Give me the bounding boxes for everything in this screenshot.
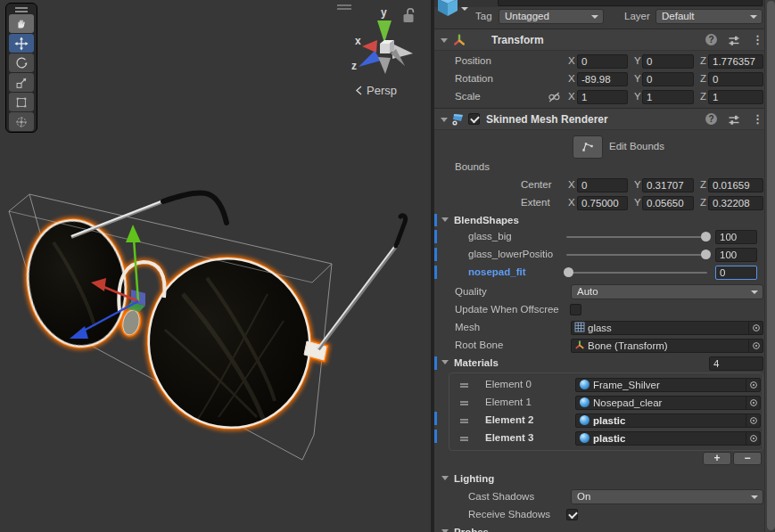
foldout-icon[interactable]	[441, 476, 449, 480]
foldout-icon[interactable]	[441, 118, 448, 122]
foldout-icon[interactable]	[441, 38, 448, 43]
rect-tool-button[interactable]	[9, 93, 34, 111]
hand-tool-button[interactable]	[9, 14, 34, 33]
gizmo-x-label[interactable]: x	[355, 35, 361, 47]
position-x-field[interactable]: 0	[577, 54, 628, 69]
gizmo-y-label[interactable]: y	[381, 6, 387, 19]
overlay-drag-handle[interactable]	[9, 5, 34, 13]
drag-handle-icon[interactable]	[460, 401, 468, 403]
scene-view[interactable]: y x z Persp	[0, 0, 431, 532]
scale-y-field[interactable]: 1	[642, 90, 694, 104]
tag-dropdown[interactable]: Untagged	[499, 9, 604, 24]
drag-handle-icon[interactable]	[460, 419, 468, 421]
center-y-field[interactable]: 0.31707	[642, 178, 694, 192]
mesh-object-field[interactable]: glass	[571, 321, 763, 335]
foldout-icon[interactable]	[441, 217, 449, 222]
material-object-field[interactable]: Frame_Shilver	[575, 378, 761, 392]
gizmo-z-label[interactable]: z	[351, 60, 357, 72]
material-object-field[interactable]: Nosepad_clear	[575, 396, 761, 410]
drag-handle-icon[interactable]	[460, 437, 468, 438]
blendshape-value-field[interactable]: 100	[715, 230, 757, 244]
materials-count-field[interactable]: 4	[709, 356, 763, 371]
rotation-y-field[interactable]: 0	[642, 72, 694, 86]
transform-header[interactable]: Transform ? ⋮	[434, 29, 766, 51]
lock-icon[interactable]	[404, 9, 414, 22]
object-picker-icon[interactable]	[746, 379, 760, 391]
gizmo-cube[interactable]	[380, 44, 390, 53]
position-y-field[interactable]: 0	[642, 54, 694, 69]
hand-icon	[14, 17, 29, 31]
inspector-scrollbar[interactable]	[764, 0, 775, 532]
gizmo-neg-y-cone[interactable]	[378, 57, 391, 74]
transform-tool-button[interactable]	[9, 112, 34, 131]
gameobject-name-field[interactable]	[498, 0, 763, 6]
overlay-drag-handle[interactable]	[337, 5, 351, 9]
extent-z-field[interactable]: 0.32208	[708, 196, 763, 210]
unlinked-scale-icon[interactable]	[548, 92, 561, 102]
blendshape-value-field[interactable]: 0	[715, 266, 757, 280]
more-menu-icon[interactable]: ⋮	[752, 113, 763, 126]
rotation-z-field[interactable]: 0	[708, 72, 763, 86]
cast-shadows-dropdown[interactable]: On	[571, 489, 763, 504]
edit-bounds-button[interactable]	[573, 135, 603, 159]
rotate-tool-button[interactable]	[9, 53, 34, 72]
presets-icon[interactable]	[728, 35, 740, 46]
add-element-button[interactable]: +	[703, 452, 731, 465]
x-axis-label: X	[568, 91, 575, 102]
root-bone-object-field[interactable]: Bone (Transform)	[571, 339, 763, 353]
object-picker-icon[interactable]	[746, 432, 760, 445]
scrollbar-thumb[interactable]	[767, 1, 775, 530]
inspector-panel: Tag Untagged Layer Default Transform ? ⋮…	[434, 0, 775, 532]
object-picker-icon[interactable]	[748, 340, 763, 352]
slider-handle[interactable]	[564, 267, 573, 277]
scale-tool-button[interactable]	[9, 73, 34, 92]
material-object-field[interactable]: plastic	[575, 413, 761, 428]
blendshape-slider[interactable]	[566, 254, 707, 256]
glasses-model[interactable]	[9, 193, 406, 443]
receive-shadows-row: Receive Shadows	[434, 506, 766, 524]
receive-shadows-checkbox[interactable]	[566, 509, 578, 520]
y-axis-label: Y	[634, 91, 641, 102]
rotation-x-field[interactable]: -89.98	[577, 72, 628, 86]
probes-foldout-row[interactable]: Probes	[434, 524, 766, 532]
center-x-field[interactable]: 0	[577, 178, 628, 192]
materials-foldout-row[interactable]: Materials 4	[434, 355, 766, 372]
object-picker-icon[interactable]	[746, 414, 760, 427]
center-z-field[interactable]: 0.01659	[708, 178, 763, 192]
move-tool-button[interactable]	[9, 34, 34, 53]
slider-handle[interactable]	[701, 250, 711, 259]
extent-x-field[interactable]: 0.75000	[577, 196, 628, 210]
gizmo-z-cone[interactable]	[359, 51, 381, 67]
help-icon[interactable]: ?	[705, 113, 717, 125]
layer-dropdown[interactable]: Default	[655, 9, 763, 24]
material-object-field[interactable]: plastic	[575, 431, 761, 446]
blendshape-value-field[interactable]: 100	[715, 248, 757, 262]
quality-dropdown[interactable]: Auto	[571, 284, 763, 299]
blendshapes-foldout-row[interactable]: BlendShapes	[434, 212, 766, 230]
object-picker-icon[interactable]	[746, 397, 760, 409]
more-menu-icon[interactable]: ⋮	[752, 34, 763, 46]
blendshape-slider[interactable]	[566, 236, 707, 238]
extent-y-field[interactable]: 0.05650	[642, 196, 694, 210]
blendshape-slider[interactable]	[566, 272, 707, 274]
skinned-mesh-renderer-header[interactable]: Skinned Mesh Renderer ? ⋮	[434, 108, 766, 130]
gizmo-y-cone[interactable]	[377, 20, 392, 43]
object-picker-icon[interactable]	[748, 322, 763, 334]
slider-handle[interactable]	[701, 232, 711, 241]
presets-icon[interactable]	[728, 114, 740, 126]
component-enabled-checkbox[interactable]	[468, 113, 480, 125]
lighting-foldout-row[interactable]: Lighting	[434, 471, 766, 488]
scene-orientation-gizmo[interactable]: y x z	[328, 2, 426, 84]
scale-x-field[interactable]: 1	[577, 90, 628, 104]
update-when-offscreen-checkbox[interactable]	[570, 304, 581, 315]
help-icon[interactable]: ?	[705, 34, 717, 45]
position-z-field[interactable]: 1.776357	[708, 54, 763, 69]
scale-z-field[interactable]: 1	[708, 90, 763, 104]
perspective-toggle[interactable]: Persp	[355, 82, 426, 98]
rotation-label: Rotation	[455, 73, 493, 84]
element-label: Element 1	[485, 397, 532, 407]
drag-handle-icon[interactable]	[460, 383, 468, 385]
remove-element-button[interactable]: −	[733, 452, 762, 465]
foldout-icon[interactable]	[441, 360, 449, 364]
gizmo-x-cone[interactable]	[362, 40, 377, 53]
